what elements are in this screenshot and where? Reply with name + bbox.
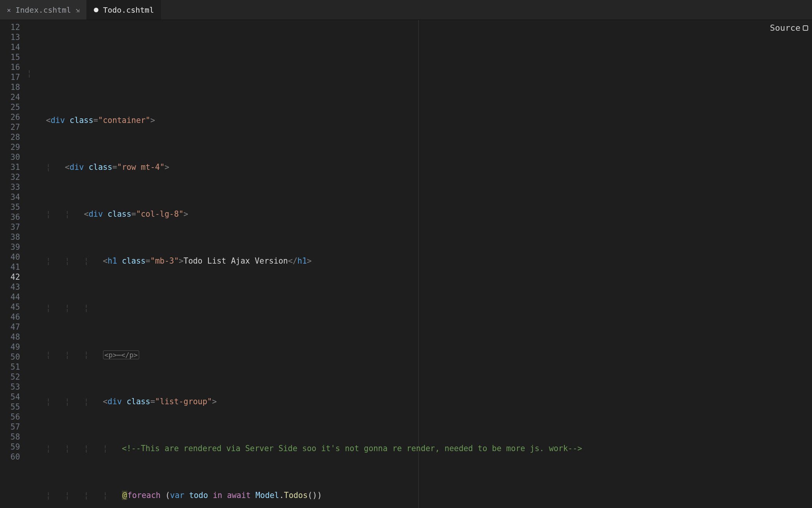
line-number: 52: [0, 372, 20, 382]
line-number: 45: [0, 302, 20, 312]
line-number: 41: [0, 262, 20, 272]
line-number: 57: [0, 422, 20, 432]
code-line: <div class="container">: [27, 115, 812, 125]
line-number: 17: [0, 72, 20, 82]
line-number: 42: [0, 272, 20, 282]
code-line: ¦ <div class="row mt-4">: [27, 162, 812, 172]
editor-tab-bar: ✕ Index.cshtml ⇲ Todo.cshtml: [0, 0, 812, 20]
folded-region[interactable]: <p>⋯</p>: [103, 350, 140, 359]
line-number: 12: [0, 22, 20, 32]
line-number: 40: [0, 252, 20, 262]
line-number: 58: [0, 432, 20, 442]
line-number: 47: [0, 322, 20, 332]
line-number: 48: [0, 332, 20, 342]
tab-todo-cshtml[interactable]: Todo.cshtml: [87, 0, 161, 20]
code-area[interactable]: ¦ <div class="container"> ¦ <div class="…: [27, 20, 812, 508]
line-number: 53: [0, 382, 20, 392]
line-number: 54: [0, 392, 20, 402]
line-number: 36: [0, 212, 20, 222]
line-number: 16: [0, 62, 20, 72]
line-number: 55: [0, 402, 20, 412]
code-line: ¦ ¦ ¦ <div class="list-group">: [27, 397, 812, 407]
line-number: 25: [0, 102, 20, 112]
line-number-gutter: 12 13 14 15 16 17 18 24 25 26 27 28 29 3…: [0, 20, 27, 508]
line-number: 29: [0, 142, 20, 152]
line-number: 30: [0, 152, 20, 162]
line-number: 27: [0, 122, 20, 132]
line-number: 60: [0, 452, 20, 462]
code-line: ¦ ¦ ¦ <p>⋯</p>: [27, 350, 812, 360]
line-number: 56: [0, 412, 20, 422]
tab-index-cshtml[interactable]: ✕ Index.cshtml ⇲: [0, 0, 87, 20]
line-number: 44: [0, 292, 20, 302]
line-number: 38: [0, 232, 20, 242]
line-number: 37: [0, 222, 20, 232]
line-number: 35: [0, 202, 20, 212]
dirty-indicator-icon: [94, 8, 98, 12]
line-number: 28: [0, 132, 20, 142]
line-number: 46: [0, 312, 20, 322]
code-line: ¦ ¦ ¦ ¦ @foreach (var todo in await Mode…: [27, 490, 812, 500]
line-number: 33: [0, 182, 20, 192]
line-number: 39: [0, 242, 20, 252]
code-line: ¦ ¦ ¦: [27, 303, 812, 313]
line-number: 18: [0, 82, 20, 92]
line-number: 14: [0, 42, 20, 52]
line-number: 31: [0, 162, 20, 172]
code-editor[interactable]: 12 13 14 15 16 17 18 24 25 26 27 28 29 3…: [0, 20, 812, 508]
line-number: 24: [0, 92, 20, 102]
line-number: 26: [0, 112, 20, 122]
code-line: ¦ ¦ ¦ <h1 class="mb-3">Todo List Ajax Ve…: [27, 256, 812, 266]
line-number: 34: [0, 192, 20, 202]
line-number: 15: [0, 52, 20, 62]
line-number: 59: [0, 442, 20, 452]
tab-label: Index.cshtml: [15, 5, 71, 15]
code-line: ¦: [27, 68, 812, 78]
code-line: ¦ ¦ ¦ ¦ <!--This are rendered via Server…: [27, 443, 812, 453]
close-icon[interactable]: ✕: [7, 6, 11, 14]
line-number: 13: [0, 32, 20, 42]
line-number: 50: [0, 352, 20, 362]
line-number: 43: [0, 282, 20, 292]
scrollbar[interactable]: [809, 20, 812, 508]
tab-label: Todo.cshtml: [103, 5, 154, 15]
line-number: 51: [0, 362, 20, 372]
line-number: 49: [0, 342, 20, 352]
code-line: ¦ ¦ <div class="col-lg-8">: [27, 209, 812, 219]
pin-icon[interactable]: ⇲: [76, 6, 80, 14]
line-number: 32: [0, 172, 20, 182]
